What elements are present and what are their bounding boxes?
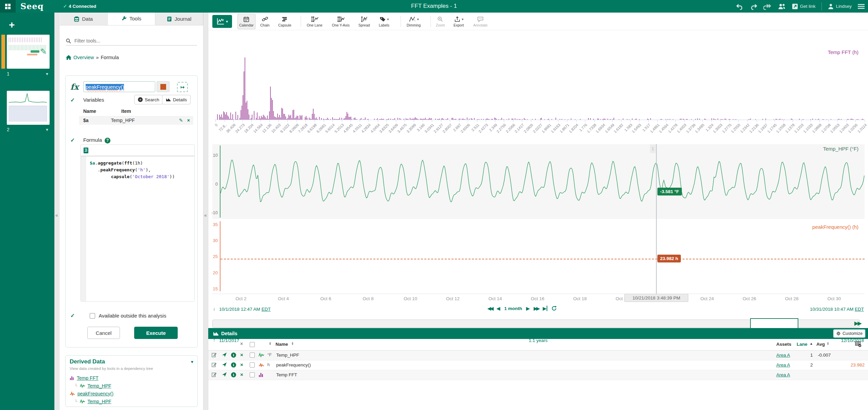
info-icon[interactable]: i	[231, 353, 236, 358]
hamburger-menu-icon[interactable]	[858, 4, 865, 9]
cancel-button[interactable]: Cancel	[87, 327, 120, 339]
get-link-button[interactable]: Get link	[792, 3, 816, 10]
users-access-icon[interactable]	[778, 3, 786, 10]
assets-column-header[interactable]: Assets	[776, 342, 791, 347]
toolbar-annotate-button[interactable]: Annotate	[472, 14, 489, 29]
select-all-checkbox[interactable]	[250, 342, 255, 347]
toolbar-calendar-button[interactable]: Calendar	[237, 14, 255, 29]
row-checkbox[interactable]	[250, 372, 255, 377]
toolbar-dimming-button[interactable]: ▾ Dimming	[405, 14, 422, 29]
edit-variable-icon[interactable]: ✎	[179, 118, 183, 123]
info-icon[interactable]: i	[231, 362, 236, 368]
range-start[interactable]: 10/1/2018 12:47 AM EDT	[219, 307, 271, 312]
variable-search-button[interactable]: + Search	[134, 95, 163, 104]
formula-editor[interactable]: $a.aggregate(fft(1h) .peakFrequency('h')…	[81, 144, 195, 302]
worksheet-thumbnail-1[interactable]: ✎	[7, 35, 50, 69]
breadcrumb-overview-link[interactable]: Overview	[73, 55, 94, 60]
derived-item-link[interactable]: Temp_HPF	[88, 383, 111, 389]
send-item-icon[interactable]	[222, 352, 227, 357]
color-swatch-button[interactable]	[157, 81, 170, 92]
remove-all-icon[interactable]: ×	[240, 341, 243, 346]
derived-item-link[interactable]: peakFrequency()	[77, 391, 113, 396]
sort-asc-icon[interactable]: ▲	[810, 342, 813, 345]
info-icon[interactable]: i	[231, 372, 236, 377]
redo-icon[interactable]	[750, 3, 757, 10]
collapse-tools-strip[interactable]: «	[203, 13, 208, 410]
toolbar-capsule-button[interactable]: Capsule	[277, 14, 293, 29]
customize-button[interactable]: Customize	[833, 329, 865, 338]
step-back-full-icon[interactable]: ◀◀	[488, 306, 493, 311]
timeline-selection[interactable]	[750, 318, 798, 329]
formula-code[interactable]: $a.aggregate(fft(1h) .peakFrequency('h')…	[90, 160, 175, 180]
send-item-icon[interactable]	[222, 362, 227, 367]
derived-item-link[interactable]: Temp FFT	[77, 375, 99, 381]
add-worksheet-button[interactable]: +	[9, 21, 15, 28]
step-back-half-icon[interactable]: ◀	[497, 306, 500, 311]
fft-series-label[interactable]: Temp FFT (h)	[828, 49, 858, 55]
tab-tools[interactable]: Tools	[108, 13, 156, 25]
range-end[interactable]: 10/31/2018 10:47 AM EDT	[810, 307, 864, 312]
tab-data[interactable]: Data	[60, 13, 108, 25]
collapse-worksheets-strip[interactable]: «	[54, 13, 59, 410]
remove-item-icon[interactable]: ×	[240, 352, 243, 358]
toolbar-zoom-button[interactable]: Zoom	[435, 14, 446, 29]
asset-link[interactable]: Area A	[776, 372, 790, 377]
edit-item-icon[interactable]	[212, 372, 217, 377]
add-column-icon[interactable]	[855, 341, 862, 347]
pf-series-label[interactable]: peakFrequency() (h)	[812, 224, 858, 230]
step-to-now-icon[interactable]: ▶	[543, 306, 547, 311]
step-forward-half-icon[interactable]: ▶	[526, 306, 530, 311]
collapse-derived-chevron[interactable]: ▾	[191, 359, 193, 364]
asset-link[interactable]: Area A	[776, 353, 790, 358]
toolbar-labels-button[interactable]: ▾ Labels	[377, 14, 391, 29]
name-column-header[interactable]: Name	[276, 342, 288, 347]
worksheet-thumbnail-2[interactable]	[7, 91, 50, 125]
asset-link[interactable]: Area A	[776, 362, 790, 368]
hpf-series-label[interactable]: Temp_HPF (°F)	[823, 146, 858, 152]
tab-journal[interactable]: Journal	[155, 13, 203, 25]
variable-details-button[interactable]: Details	[162, 95, 191, 104]
send-item-icon[interactable]	[222, 372, 227, 377]
row-checkbox[interactable]	[250, 353, 255, 358]
user-menu[interactable]: Lindsey	[828, 3, 852, 10]
formula-name-input[interactable]: peakFrequency()	[83, 81, 155, 92]
edit-item-icon[interactable]	[212, 362, 217, 367]
view-selector-dropdown[interactable]: ▾	[212, 15, 232, 28]
lane-column-header[interactable]: Lane	[797, 342, 808, 347]
timeline-auto-update-icon[interactable]: ▶▶	[854, 320, 861, 326]
hpf-signal[interactable]	[220, 144, 865, 219]
worksheet-menu-chevron[interactable]: ▾	[46, 71, 48, 76]
range-duration[interactable]: 1 month	[504, 306, 522, 311]
row-checkbox[interactable]	[250, 362, 255, 368]
toolbar-spread-button[interactable]: Spread	[357, 14, 371, 29]
trend-chart[interactable]: Temp FFT (h) 072.8..36.40924.27318.20414…	[208, 30, 868, 328]
step-forward-full-icon[interactable]: ▶▶	[534, 306, 539, 311]
undo-icon[interactable]	[736, 3, 744, 10]
remove-item-icon[interactable]: ×	[240, 362, 243, 368]
sort-icon[interactable]: ▴▾	[269, 342, 271, 345]
toolbar-one-y-axis-button[interactable]: One Y-Axis	[331, 14, 351, 29]
toolbar-one-lane-button[interactable]: One Lane	[305, 14, 324, 29]
execute-button[interactable]: Execute	[134, 327, 178, 339]
avg-column-header[interactable]: Avg	[816, 342, 825, 347]
maximize-tool-icon[interactable]: ↦	[177, 82, 188, 92]
pf-y-axis[interactable]	[220, 221, 220, 291]
derived-item-link[interactable]: Temp_HPF	[88, 399, 111, 404]
available-checkbox[interactable]	[90, 313, 95, 319]
document-icon[interactable]	[84, 148, 88, 153]
toolbar-export-button[interactable]: ▾ Export	[452, 14, 465, 29]
sort-icon[interactable]: ▴▾	[827, 342, 829, 345]
toolbar-chain-button[interactable]: Chain	[259, 14, 271, 29]
sort-icon[interactable]: ▴▾	[292, 342, 293, 345]
home-icon[interactable]	[66, 55, 71, 60]
edit-item-icon[interactable]	[212, 352, 217, 357]
filter-tools-input[interactable]	[74, 38, 191, 44]
pf-dashed-line[interactable]	[220, 259, 865, 259]
worksheet-menu-chevron[interactable]: ▾	[46, 127, 48, 132]
redo-all-icon[interactable]	[763, 3, 772, 10]
remove-variable-icon[interactable]: ×	[187, 118, 190, 123]
remove-item-icon[interactable]: ×	[240, 372, 243, 377]
fx-icon: fx	[70, 82, 79, 92]
help-icon[interactable]: ?	[105, 138, 110, 143]
refresh-icon[interactable]	[551, 306, 557, 311]
